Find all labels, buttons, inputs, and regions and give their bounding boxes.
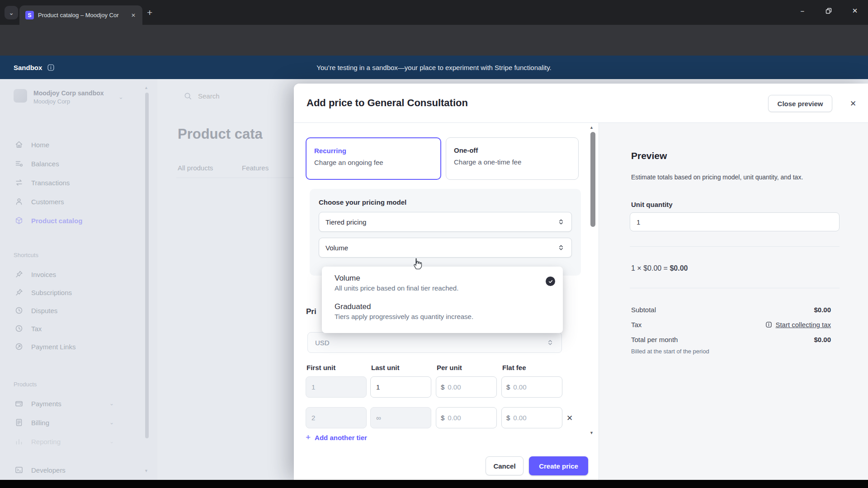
preview-subtitle: Estimate totals based on pricing model, … xyxy=(631,174,803,181)
option-desc: Tiers apply progressively as quantity in… xyxy=(335,313,550,320)
recurring-option-card[interactable]: Recurring Charge an ongoing fee xyxy=(306,137,441,180)
calculation-line: 1 × $0.00 = $0.00 xyxy=(631,264,688,272)
tier-mode-value: Volume xyxy=(326,244,348,252)
currency-symbol: $ xyxy=(506,414,510,422)
create-price-button[interactable]: Create price xyxy=(529,456,588,475)
browser-tab[interactable]: S Product catalog – Moodjoy Cor ✕ xyxy=(19,5,142,25)
col-header-per-unit: Per unit xyxy=(437,364,462,371)
tax-label: Tax xyxy=(631,321,642,328)
tier1-first-unit-input xyxy=(306,376,367,398)
billing-note: Billed at the start of the period xyxy=(631,348,709,355)
window-bottom-edge xyxy=(0,480,868,488)
currency-value: USD xyxy=(315,339,330,347)
option-desc: All units price based on final tier reac… xyxy=(335,284,550,292)
browser-toolbar: dashboard.stripe.com/test/pricing-tables… xyxy=(0,25,868,56)
total-value: $0.00 xyxy=(814,336,831,343)
cancel-button[interactable]: Cancel xyxy=(486,456,524,475)
new-tab-button[interactable]: + xyxy=(147,7,152,18)
preview-title: Preview xyxy=(631,150,667,161)
divider xyxy=(630,246,840,247)
sandbox-banner-message: You’re testing in a sandbox—your place t… xyxy=(0,56,868,79)
info-icon[interactable] xyxy=(47,64,55,71)
modal-scroll-down-icon[interactable]: ▼ xyxy=(590,431,594,435)
modal-scrollbar-thumb[interactable] xyxy=(590,132,595,227)
option-label: Graduated xyxy=(335,302,550,311)
total-row: Total per month $0.00 xyxy=(631,336,831,343)
pricing-model-label: Choose your pricing model xyxy=(319,198,572,206)
select-chevrons-icon xyxy=(546,338,554,347)
modal-header: Add price to General Consultation Close … xyxy=(294,84,868,123)
currency-symbol: $ xyxy=(441,414,444,422)
tier2-first-unit-input xyxy=(306,407,367,428)
tab-close-icon[interactable]: ✕ xyxy=(129,11,138,20)
tier-mode-select[interactable]: Volume xyxy=(319,238,572,258)
start-collecting-tax-link[interactable]: Start collecting tax xyxy=(765,321,831,328)
chevron-down-icon: ⌄ xyxy=(9,9,14,16)
select-chevrons-icon xyxy=(557,244,565,252)
tier2-last-unit-input xyxy=(370,407,431,428)
add-another-tier-button[interactable]: + Add another tier xyxy=(306,432,367,442)
remove-tier-icon[interactable]: ✕ xyxy=(563,412,576,424)
window-close-button[interactable]: ✕ xyxy=(842,0,868,22)
browser-tabstrip: ⌄ S Product catalog – Moodjoy Cor ✕ + − … xyxy=(0,0,868,25)
tier2-flat-fee-field[interactable]: $ xyxy=(501,407,562,428)
currency-symbol: $ xyxy=(441,383,444,391)
tier2-flat-fee-input[interactable] xyxy=(513,414,549,422)
recurring-desc: Charge an ongoing fee xyxy=(314,159,433,166)
close-preview-button[interactable]: Close preview xyxy=(768,95,832,112)
plus-icon: + xyxy=(306,432,311,442)
calculation-expression: 1 × $0.00 = xyxy=(631,264,670,272)
select-chevrons-icon xyxy=(557,218,565,226)
sandbox-banner: You’re testing in a sandbox—your place t… xyxy=(0,56,868,79)
recurring-label: Recurring xyxy=(314,147,433,155)
tab-title: Product catalog – Moodjoy Cor xyxy=(38,12,126,19)
tier1-flat-fee-input[interactable] xyxy=(513,383,549,391)
price-section-heading: Pri xyxy=(306,307,316,316)
add-tier-label: Add another tier xyxy=(315,434,367,441)
unit-quantity-label: Unit quantity xyxy=(631,201,673,208)
pricing-model-card: Choose your pricing model Tiered pricing… xyxy=(310,189,581,276)
tax-link-label: Start collecting tax xyxy=(775,321,831,328)
subtotal-label: Subtotal xyxy=(631,306,656,314)
tier2-per-unit-input[interactable] xyxy=(448,414,484,422)
info-icon xyxy=(765,321,772,328)
subtotal-value: $0.00 xyxy=(814,306,831,314)
pricing-model-value: Tiered pricing xyxy=(326,218,366,226)
tier1-per-unit-field[interactable]: $ xyxy=(436,376,497,398)
subtotal-row: Subtotal $0.00 xyxy=(631,306,831,314)
selected-check-icon xyxy=(546,277,555,286)
dropdown-option-graduated[interactable]: Graduated Tiers apply progressively as q… xyxy=(322,300,563,324)
calculation-total: $0.00 xyxy=(670,264,688,272)
modal-close-icon[interactable]: ✕ xyxy=(847,98,859,109)
one-off-label: One-off xyxy=(454,146,571,154)
col-header-last-unit: Last unit xyxy=(371,364,400,371)
sandbox-label: Sandbox xyxy=(14,64,42,71)
mouse-cursor xyxy=(410,257,424,271)
screen: ⌄ S Product catalog – Moodjoy Cor ✕ + − … xyxy=(0,0,868,488)
dropdown-option-volume[interactable]: Volume All units price based on final ti… xyxy=(322,271,563,295)
total-label: Total per month xyxy=(631,336,678,343)
tier1-flat-fee-field[interactable]: $ xyxy=(501,376,562,398)
modal-scroll-up-icon[interactable]: ▲ xyxy=(590,125,594,130)
window-minimize-button[interactable]: − xyxy=(789,0,816,22)
currency-symbol: $ xyxy=(506,383,510,391)
window-restore-button[interactable] xyxy=(816,0,842,22)
tier2-per-unit-field[interactable]: $ xyxy=(436,407,497,428)
stripe-favicon-icon: S xyxy=(25,11,34,19)
one-off-option-card[interactable]: One-off Charge a one-time fee xyxy=(446,137,579,180)
pricing-model-select[interactable]: Tiered pricing xyxy=(319,212,572,232)
col-header-first-unit: First unit xyxy=(307,364,335,371)
tab-search-button[interactable]: ⌄ xyxy=(5,6,18,19)
restore-icon xyxy=(826,8,832,14)
col-header-flat-fee: Flat fee xyxy=(502,364,526,371)
tier1-per-unit-input[interactable] xyxy=(448,383,484,391)
divider xyxy=(630,288,840,288)
unit-quantity-input[interactable] xyxy=(630,212,840,231)
window-controls: − ✕ xyxy=(789,0,868,22)
preview-panel: Preview Estimate totals based on pricing… xyxy=(599,123,868,480)
tier1-last-unit-input[interactable] xyxy=(370,376,431,398)
currency-select[interactable]: USD xyxy=(307,332,562,353)
option-label: Volume xyxy=(335,274,550,283)
modal-title: Add price to General Consultation xyxy=(307,97,468,109)
one-off-desc: Charge a one-time fee xyxy=(454,158,571,166)
